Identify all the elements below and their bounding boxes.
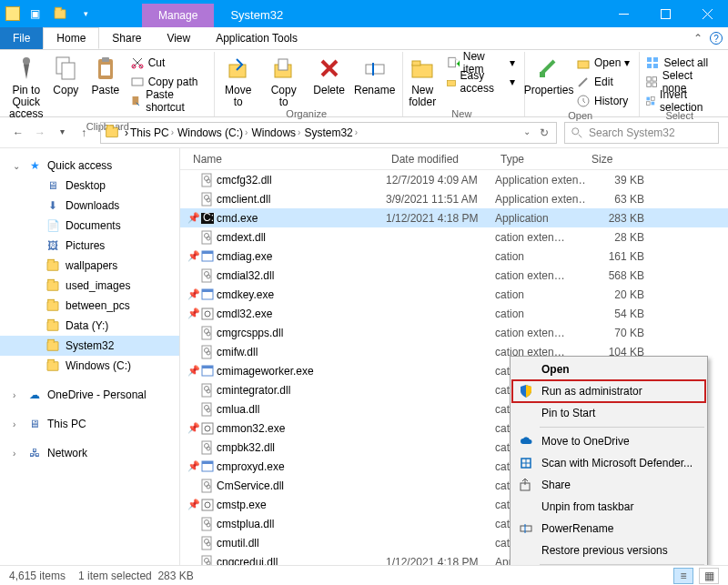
move-to-button[interactable]: Move to xyxy=(218,54,258,108)
context-menu-item[interactable]: Unpin from taskbar xyxy=(512,496,705,518)
pin-to-quick-access-button[interactable]: Pin to Quick access xyxy=(9,54,44,121)
file-icon xyxy=(200,421,217,436)
rename-button[interactable]: Rename xyxy=(355,54,395,96)
paste-shortcut-button[interactable]: Paste shortcut xyxy=(128,92,207,110)
help-icon[interactable]: ? xyxy=(710,32,723,45)
network-icon: 🖧 xyxy=(27,446,42,460)
copy-to-button[interactable]: Copy to xyxy=(264,54,304,108)
nav-tree[interactable]: ⌄★Quick access 🖥Desktop⬇Downloads📄Docume… xyxy=(0,148,180,565)
invert-selection-button[interactable]: Invert selection xyxy=(643,92,715,110)
navbar: ← → ▾ ↑ › This PC›Windows (C:)›Windows›S… xyxy=(0,117,728,148)
file-icon xyxy=(200,479,217,493)
ribbon-collapse-icon[interactable]: ⌃ xyxy=(693,32,703,45)
contextual-tab-manage[interactable]: Manage xyxy=(142,4,214,27)
new-folder-button[interactable]: New folder xyxy=(407,54,439,108)
tree-quick-access[interactable]: ⌄★Quick access xyxy=(0,156,179,176)
file-row[interactable]: 📌cmdl32.execation54 KB xyxy=(180,304,728,323)
address-dropdown-icon[interactable]: ⌄ xyxy=(523,126,531,139)
context-menu-item[interactable]: Open xyxy=(512,358,705,380)
refresh-button[interactable]: ↻ xyxy=(540,126,549,139)
cut-button[interactable]: Cut xyxy=(128,54,207,72)
file-row[interactable]: 📌C:\cmd.exe1/12/2021 4:18 PMApplication2… xyxy=(180,208,728,227)
tree-item[interactable]: 📄Documents xyxy=(0,216,179,236)
file-row[interactable]: cmclient.dll3/9/2021 11:51 AMApplication… xyxy=(180,189,728,208)
ribbon-tab-file[interactable]: File xyxy=(0,27,43,49)
cloud-icon xyxy=(518,433,534,449)
file-row[interactable]: 📌cmdkey.execation20 KB xyxy=(180,285,728,304)
shield-icon xyxy=(518,383,534,399)
tree-network[interactable]: ›🖧Network xyxy=(0,443,179,463)
edit-button[interactable]: Edit xyxy=(574,73,632,91)
tree-item[interactable]: System32 xyxy=(0,336,179,356)
status-selection: 1 item selected 283 KB xyxy=(78,570,194,582)
qat-newfolder-icon[interactable] xyxy=(49,3,71,25)
address-bar[interactable]: › This PC›Windows (C:)›Windows›System32›… xyxy=(100,122,557,144)
back-button[interactable]: ← xyxy=(9,126,27,139)
tree-onedrive[interactable]: ›☁OneDrive - Personal xyxy=(0,385,179,405)
svg-text:C:\: C:\ xyxy=(203,211,215,224)
svg-rect-3 xyxy=(62,63,75,79)
blank-icon xyxy=(518,405,534,421)
tree-thispc[interactable]: ›🖥This PC xyxy=(0,414,179,434)
ribbon-tab-share[interactable]: Share xyxy=(99,27,154,49)
context-menu-item[interactable]: Run as administrator xyxy=(512,380,705,402)
tree-item[interactable]: ⬇Downloads xyxy=(0,196,179,216)
tree-item[interactable]: used_images xyxy=(0,276,179,296)
ribbon-tab-home[interactable]: Home xyxy=(43,27,99,49)
svg-rect-24 xyxy=(647,57,652,62)
open-button[interactable]: Open ▾ xyxy=(574,54,632,72)
tree-item[interactable]: Windows (C:) xyxy=(0,356,179,376)
forward-button[interactable]: → xyxy=(31,126,49,139)
file-row[interactable]: cmcfg32.dll12/7/2019 4:09 AMApplication … xyxy=(180,170,728,189)
breadcrumb[interactable]: System32› xyxy=(304,126,358,139)
maximize-button[interactable] xyxy=(644,0,686,27)
qat-properties-icon[interactable]: ▣ xyxy=(24,3,46,25)
search-input[interactable]: Search System32 xyxy=(564,122,719,144)
svg-rect-100 xyxy=(521,526,531,531)
tree-item[interactable]: wallpapers xyxy=(0,256,179,276)
qat-customize-icon[interactable]: ▾ xyxy=(75,3,96,25)
view-large-icons-button[interactable]: ▦ xyxy=(699,568,719,584)
ribbon-tabs: File Home Share View Application Tools ⌃… xyxy=(0,27,728,50)
file-icon xyxy=(200,268,217,283)
breadcrumb[interactable]: This PC› xyxy=(130,126,174,139)
easy-access-button[interactable]: Easy access ▾ xyxy=(444,73,517,91)
column-header-size[interactable]: Size xyxy=(586,148,650,169)
context-menu-item[interactable]: Scan with Microsoft Defender... xyxy=(512,452,705,474)
breadcrumb[interactable]: Windows (C:)› xyxy=(177,126,248,139)
context-menu-item[interactable]: PowerRename xyxy=(512,518,705,540)
svg-rect-21 xyxy=(540,72,545,77)
file-row[interactable]: cmdial32.dllcation exten…568 KB xyxy=(180,266,728,285)
tree-item[interactable]: Data (Y:) xyxy=(0,316,179,336)
ribbon-tab-view[interactable]: View xyxy=(154,27,203,49)
delete-button[interactable]: Delete xyxy=(309,54,349,96)
copy-button[interactable]: Copy xyxy=(49,54,84,96)
up-button[interactable]: ↑ xyxy=(75,126,93,139)
svg-rect-55 xyxy=(202,308,213,319)
recent-locations-button[interactable]: ▾ xyxy=(53,126,71,139)
close-button[interactable] xyxy=(686,0,728,27)
properties-button[interactable]: Properties xyxy=(529,54,569,96)
file-row[interactable]: cmdext.dllcation exten…28 KB xyxy=(180,227,728,247)
tree-item[interactable]: 🖼Pictures xyxy=(0,236,179,256)
ribbon-tab-apptools[interactable]: Application Tools xyxy=(203,27,310,49)
file-row[interactable]: cmgrcspps.dllcation exten…70 KB xyxy=(180,323,728,342)
svg-rect-22 xyxy=(578,61,589,68)
column-header-date[interactable]: Date modified xyxy=(386,148,495,169)
tree-item[interactable]: between_pcs xyxy=(0,296,179,316)
column-header-type[interactable]: Type xyxy=(495,148,586,169)
file-row[interactable]: 📌cmdiag.execation161 KB xyxy=(180,247,728,266)
svg-rect-31 xyxy=(652,83,656,86)
minimize-button[interactable] xyxy=(602,0,644,27)
column-header-name[interactable]: Name xyxy=(187,148,386,169)
view-details-button[interactable]: ≡ xyxy=(673,568,693,584)
svg-point-36 xyxy=(572,127,579,134)
tree-item[interactable]: 🖥Desktop xyxy=(0,176,179,196)
breadcrumb[interactable]: Windows› xyxy=(251,126,300,139)
history-button[interactable]: History xyxy=(574,92,632,110)
context-menu-item[interactable]: Pin to Start xyxy=(512,402,705,424)
context-menu-item[interactable]: Share xyxy=(512,474,705,496)
context-menu-item[interactable]: Restore previous versions xyxy=(512,540,705,561)
context-menu-item[interactable]: Move to OneDrive xyxy=(512,430,705,452)
paste-button[interactable]: Paste xyxy=(88,54,123,96)
